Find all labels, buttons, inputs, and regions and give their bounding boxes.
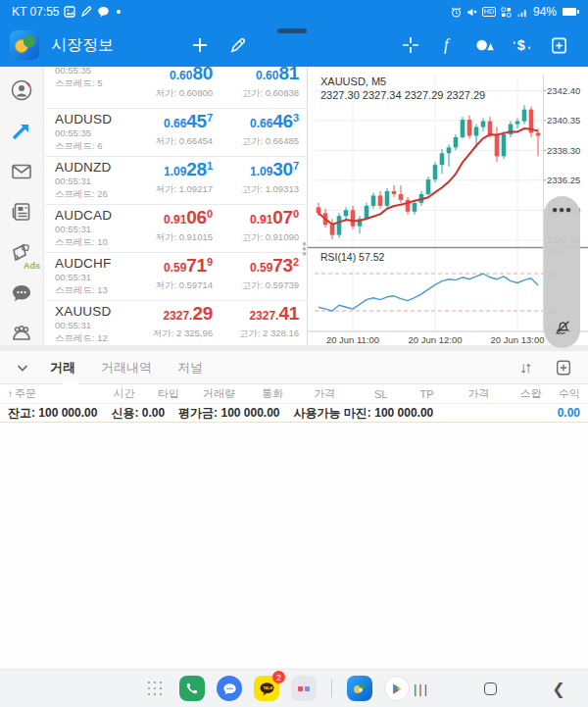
recents-nav-button[interactable]: ||| (410, 677, 433, 700)
left-sidebar: Ads (0, 67, 44, 345)
trade-dollar-button[interactable]: $ (504, 28, 541, 62)
new-order-panel-button[interactable] (547, 353, 580, 382)
kakao-badge: 2 (272, 671, 285, 683)
credit-label: 신용: (111, 406, 138, 420)
quote-row[interactable]: AUDUSD 00:55:35 스프레드: 6 0.66457 저가: 0.66… (45, 109, 307, 157)
sidebar-item-ads[interactable]: Ads (9, 240, 34, 264)
bid-price: 0.66457 (145, 111, 213, 134)
battery-percent: 94% (533, 5, 557, 19)
high-price: 고가: 0.66485 (213, 134, 299, 147)
column-header-3[interactable]: 거래량 (179, 386, 235, 401)
sidebar-item-trade[interactable] (9, 119, 34, 142)
app-drawer-button[interactable] (142, 676, 168, 701)
quote-time: 00:55:31 (55, 223, 145, 235)
quote-spread: 스프레드: 10 (55, 235, 145, 248)
quote-time: 00:55:31 (55, 319, 145, 331)
free-margin-label: 사용가능 마진: (294, 406, 371, 420)
low-price: 저가: 1.09217 (145, 182, 213, 195)
objects-button[interactable] (466, 28, 504, 62)
mute-bell-icon[interactable] (554, 319, 571, 340)
quote-spread: 스프레드: 26 (55, 187, 145, 200)
quote-spread: 스프레드: 6 (55, 139, 145, 152)
column-header-7[interactable]: TP (387, 388, 433, 400)
total-profit-value: 0.00 (558, 406, 580, 420)
sidebar-item-mailbox[interactable] (9, 160, 34, 183)
svg-text:f: f (444, 36, 451, 54)
more-options-icon[interactable]: ●●● (552, 206, 572, 214)
page-title: 시장정보 (51, 35, 114, 56)
floating-toolbar-overlay[interactable]: ●●● (544, 196, 580, 348)
bid-price: 2327.29 (145, 303, 213, 327)
bid-price: 0.59719 (145, 255, 213, 278)
svg-text:TALK: TALK (263, 685, 272, 690)
column-header-1[interactable]: 시간 (64, 386, 135, 401)
ask-price: 0.59732 (213, 255, 299, 278)
indicators-button[interactable]: f (429, 28, 466, 62)
status-bar: KT 07:55 HD 94% (0, 0, 588, 24)
account-summary-row: 잔고: 100 000.00 신용: 0.00 평가금: 100 000.00 … (0, 404, 588, 423)
column-header-5[interactable]: 가격 (283, 386, 335, 401)
low-price: 저가: 0.66454 (145, 134, 213, 147)
new-order-button[interactable] (541, 28, 578, 62)
market-watch-area: Ads 00:55:35 스프레드: 5 0.6080 저가: 0.60800 … (0, 67, 588, 345)
collapse-panel-button[interactable] (8, 353, 37, 382)
mt5-app-logo[interactable] (10, 30, 39, 60)
sidebar-item-traders-community[interactable] (9, 322, 34, 345)
crosshair-button[interactable] (392, 28, 429, 62)
sidebar-item-chat[interactable] (9, 280, 34, 304)
tab-0[interactable]: 거래 (37, 351, 88, 384)
sidebar-item-news[interactable] (9, 200, 34, 224)
play-store-app-icon[interactable] (384, 676, 410, 701)
bid-price: 0.91060 (145, 207, 213, 230)
bid-price: 1.09281 (145, 159, 213, 182)
quote-row[interactable]: AUDCHF 00:55:31 스프레드: 13 0.59719 저가: 0.5… (45, 253, 307, 301)
high-price: 고가: 0.59739 (213, 278, 299, 291)
messages-app-icon[interactable] (217, 676, 242, 701)
column-header-8[interactable]: 가격 (434, 386, 490, 401)
ask-price: 1.09307 (213, 159, 299, 182)
tab-2[interactable]: 저널 (165, 351, 216, 384)
column-header-10[interactable]: 수익 (542, 386, 580, 401)
column-header-6[interactable]: SL (335, 388, 387, 400)
quote-row[interactable]: AUDCAD 00:55:31 스프레드: 10 0.91060 저가: 0.9… (45, 205, 307, 253)
sidebar-item-account[interactable] (9, 78, 34, 102)
add-symbol-button[interactable] (181, 28, 219, 62)
pen-notification-icon (80, 6, 92, 18)
mt5-taskbar-icon[interactable] (347, 676, 372, 701)
home-nav-button[interactable] (478, 677, 502, 700)
sort-direction-icon: ↑ (8, 388, 13, 399)
kakaotalk-notification-icon (97, 6, 110, 18)
column-header-9[interactable]: 스왑 (490, 386, 542, 401)
network-icon (501, 7, 512, 18)
column-header-2[interactable]: 타입 (135, 386, 179, 401)
back-nav-button[interactable]: ❮ (547, 677, 570, 700)
tab-1[interactable]: 거래내역 (88, 351, 165, 384)
column-header-0[interactable]: ↑주문 (8, 386, 64, 401)
recent-app-pair-icon[interactable] (291, 676, 317, 701)
taskbar-separator (331, 680, 332, 697)
symbol-name: AUDUSD (55, 112, 145, 126)
sort-button[interactable]: ↓↑ (508, 353, 541, 382)
balance-label: 잔고: (8, 406, 35, 420)
column-header-4[interactable]: 통화 (235, 386, 283, 401)
low-price: 저가: 0.91015 (145, 230, 213, 243)
ask-price: 0.91070 (213, 207, 299, 230)
edit-symbols-button[interactable] (219, 28, 256, 62)
carrier-time: KT 07:55 (12, 5, 59, 19)
svg-text:20 Jun 11:00: 20 Jun 11:00 (326, 334, 379, 345)
quote-time: 00:55:31 (55, 271, 145, 283)
quote-row[interactable]: XAUUSD 00:55:31 스프레드: 12 2327.29 저가: 2 3… (45, 301, 307, 345)
phone-app-icon[interactable] (179, 676, 205, 701)
quote-row[interactable]: AUDNZD 00:55:31 스프레드: 26 1.09281 저가: 1.0… (45, 157, 307, 205)
symbol-name: AUDNZD (55, 160, 145, 175)
quote-time: 00:55:35 (55, 67, 145, 76)
front-camera-cutout (277, 28, 307, 33)
svg-text:2340.35: 2340.35 (547, 115, 580, 126)
bid-price: 0.6080 (145, 67, 213, 86)
svg-text:2342.40: 2342.40 (547, 85, 580, 96)
kakaotalk-app-icon[interactable]: TALK 2 (254, 676, 279, 701)
quote-row[interactable]: 00:55:35 스프레드: 5 0.6080 저가: 0.60800 0.60… (45, 67, 307, 109)
low-price: 저가: 0.60800 (145, 86, 213, 99)
svg-text:2336.25: 2336.25 (547, 175, 580, 185)
low-price: 저가: 0.59714 (145, 278, 213, 291)
